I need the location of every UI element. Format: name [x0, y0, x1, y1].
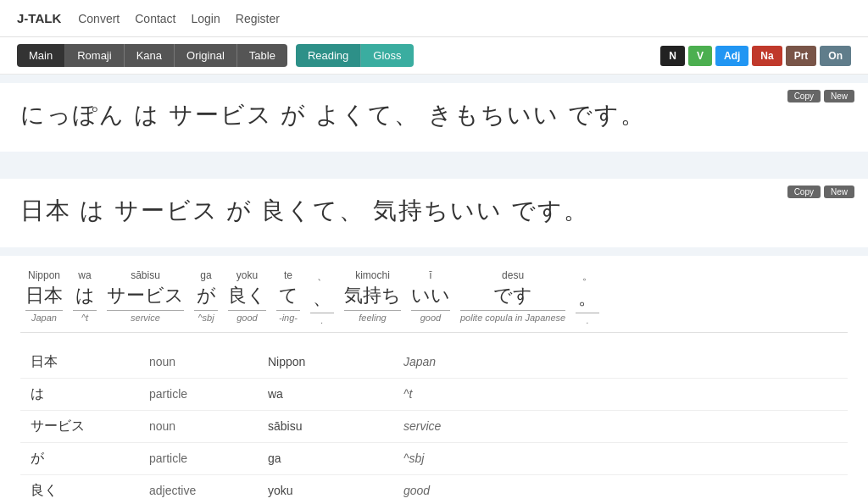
vocab-romaji: ga	[258, 442, 393, 474]
mode-btn-original[interactable]: Original	[175, 44, 237, 67]
table-row: 日本 noun Nippon Japan	[20, 346, 848, 379]
nav-links: Convert Contact Login Register	[78, 12, 280, 25]
view-button-group: Reading Gloss	[296, 44, 414, 67]
token-gloss: ^sbj	[198, 313, 214, 323]
vocab-romaji: yoku	[258, 474, 393, 504]
token-gloss: .	[320, 315, 323, 325]
vocab-table: 日本 noun Nippon Japan は particle wa ^t サー…	[20, 346, 848, 504]
token-romaji: 。	[582, 269, 593, 284]
vocab-pos: particle	[139, 442, 258, 474]
token-gloss: good	[236, 313, 257, 323]
token-romaji: te	[284, 269, 292, 281]
token-gloss: feeling	[359, 313, 386, 323]
copy-buttons-2: Copy New	[787, 186, 854, 198]
copy-buttons-1: Copy New	[787, 90, 854, 102]
table-row: サービス noun sābisu service	[20, 410, 848, 442]
divider-1	[0, 160, 868, 170]
token: kimochi 気持ち feeling	[339, 269, 406, 323]
vocab-pos: adjective	[139, 474, 258, 504]
vocab-word: は	[20, 378, 139, 410]
token: ga が ^sbj	[189, 269, 223, 323]
pos-button-group: N V Adj Na Prt On	[660, 46, 851, 66]
view-btn-gloss[interactable]: Gloss	[361, 44, 413, 67]
token-gloss: polite copula in Japanese	[460, 313, 565, 323]
mode-btn-kana[interactable]: Kana	[125, 44, 175, 67]
token: yoku 良く good	[223, 269, 271, 323]
vocab-word: サービス	[20, 410, 139, 442]
token-romaji: ī	[429, 269, 431, 281]
token-romaji: 、	[317, 269, 327, 284]
nav-convert[interactable]: Convert	[78, 12, 120, 25]
pos-btn-adj[interactable]: Adj	[715, 46, 748, 66]
token-romaji: yoku	[236, 269, 258, 281]
new-button-1[interactable]: New	[824, 90, 854, 102]
vocab-pos: noun	[139, 346, 258, 379]
token-romaji: kimochi	[355, 269, 390, 281]
token: 。 。 .	[570, 269, 604, 325]
nav-register[interactable]: Register	[236, 12, 280, 25]
token-romaji: sābisu	[131, 269, 160, 281]
vocab-gloss: good	[393, 474, 848, 504]
table-row: は particle wa ^t	[20, 378, 848, 410]
token-kanji: いい	[411, 283, 450, 311]
token-gloss: service	[131, 313, 160, 323]
vocab-word: 日本	[20, 346, 139, 379]
result-hiragana: Copy New にっぽん は サービス が よくて、 きもちいい です。	[0, 83, 868, 152]
view-btn-reading[interactable]: Reading	[296, 44, 361, 67]
mode-button-group: Main Romaji Kana Original Table	[17, 44, 287, 67]
token-gloss: good	[420, 313, 441, 323]
token: ī いい good	[406, 269, 455, 323]
token-kanji: です	[460, 283, 565, 311]
new-button-2[interactable]: New	[824, 186, 854, 198]
token-row: Nippon 日本 Japan wa は ^t sābisu サービス serv…	[20, 269, 848, 325]
mode-btn-table[interactable]: Table	[237, 44, 287, 67]
vocab-pos: particle	[139, 378, 258, 410]
token-romaji: Nippon	[28, 269, 60, 281]
vocab-romaji: sābisu	[258, 410, 393, 442]
vocab-pos: noun	[139, 410, 258, 442]
pos-btn-prt[interactable]: Prt	[786, 46, 817, 66]
pos-btn-on[interactable]: On	[820, 46, 851, 66]
copy-button-1[interactable]: Copy	[787, 90, 821, 102]
vocab-gloss: service	[393, 410, 848, 442]
result-kanji: Copy New 日本 は サービス が 良くて、 気持ちいい です。	[0, 179, 868, 247]
mode-btn-romaji[interactable]: Romaji	[65, 44, 124, 67]
token-kanji: が	[194, 283, 218, 311]
token-gloss: .	[587, 315, 589, 325]
kanji-text: 日本 は サービス が 良くて、 気持ちいい です。	[20, 192, 848, 230]
navbar: J-TALK Convert Contact Login Register	[0, 0, 868, 37]
token: sābisu サービス service	[102, 269, 189, 323]
token: wa は ^t	[68, 269, 102, 323]
table-row: が particle ga ^sbj	[20, 442, 848, 474]
vocab-romaji: Nippon	[258, 346, 393, 379]
token-gloss: Japan	[31, 313, 57, 323]
vocab-romaji: wa	[258, 378, 393, 410]
token-kanji: 日本	[25, 283, 63, 311]
pos-btn-v[interactable]: V	[688, 46, 712, 66]
token-kanji: 良く	[228, 283, 266, 311]
token-romaji: ga	[200, 269, 211, 281]
token-gloss: -ing-	[279, 313, 298, 323]
hiragana-text: にっぽん は サービス が よくて、 きもちいい です。	[20, 97, 848, 135]
token: 、 、 .	[305, 269, 339, 325]
copy-button-2[interactable]: Copy	[787, 186, 821, 198]
pos-btn-n[interactable]: N	[660, 46, 685, 66]
toolbar: Main Romaji Kana Original Table Reading …	[0, 37, 868, 75]
brand-logo: J-TALK	[17, 11, 61, 25]
token: desu です polite copula in Japanese	[455, 269, 570, 323]
token-kanji: て	[276, 283, 300, 311]
token-kanji: 、	[310, 285, 334, 313]
token-romaji: desu	[502, 269, 524, 281]
nav-login[interactable]: Login	[192, 12, 220, 25]
token: te て -ing-	[271, 269, 305, 323]
nav-contact[interactable]: Contact	[135, 12, 175, 25]
mode-btn-main[interactable]: Main	[17, 44, 65, 67]
analysis-section: Nippon 日本 Japan wa は ^t sābisu サービス serv…	[0, 256, 868, 504]
vocab-gloss: ^sbj	[393, 442, 848, 474]
vocab-gloss: ^t	[393, 378, 848, 410]
token-romaji: wa	[78, 269, 91, 281]
vocab-word: 良く	[20, 474, 139, 504]
token: Nippon 日本 Japan	[20, 269, 68, 323]
token-gloss: ^t	[81, 313, 88, 323]
pos-btn-na[interactable]: Na	[752, 46, 782, 66]
